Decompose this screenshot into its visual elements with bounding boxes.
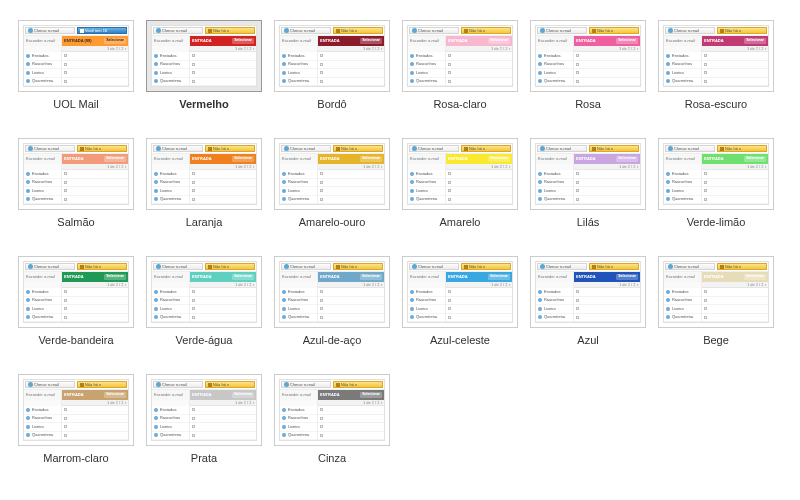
preview-sidebar: EnviadosRascunhosLixeiraQuarentena (408, 288, 446, 322)
count-label: 1 de 2 / 2 r (747, 283, 766, 287)
checkbox-icon (320, 181, 323, 184)
message-row (190, 196, 256, 205)
theme-thumbnail[interactable]: Checar e-mailVovê tem 10Esconder e-mailE… (18, 20, 134, 92)
folder-icon (26, 54, 30, 58)
warning-icon (80, 265, 84, 269)
theme-thumbnail[interactable]: Checar e-mailNão há nEsconder e-mailENTR… (658, 138, 774, 210)
message-row (702, 288, 768, 297)
sidebar-item-label: Quarentena (288, 79, 309, 83)
check-mail-label: Checar e-mail (162, 265, 187, 269)
notice-label: Não há n (469, 147, 485, 151)
checkbox-icon (704, 63, 707, 66)
theme-thumbnail[interactable]: Checar e-mailNão há nEsconder e-mailENTR… (274, 20, 390, 92)
hide-mail-label: Esconder e-mail (280, 154, 318, 164)
theme-thumbnail[interactable]: Checar e-mailNão há nEsconder e-mailENTR… (274, 374, 390, 446)
theme-thumbnail[interactable]: Checar e-mailNão há nEsconder e-mailENTR… (402, 20, 518, 92)
theme-thumbnail[interactable]: Checar e-mailNão há nEsconder e-mailENTR… (18, 256, 134, 328)
count-label: 1 de 2 / 2 r (747, 47, 766, 51)
notice-label: Não há n (85, 147, 101, 151)
warning-icon (464, 29, 468, 33)
theme-thumbnail[interactable]: Checar e-mailNão há nEsconder e-mailENTR… (530, 20, 646, 92)
folder-icon (154, 433, 158, 437)
inbox-header: ENTRADASelecionar (318, 272, 384, 282)
theme-label: Azul (530, 334, 646, 346)
refresh-icon (668, 146, 673, 151)
checkbox-icon (320, 316, 323, 319)
folder-icon (538, 197, 542, 201)
checkbox-icon (704, 316, 707, 319)
preview-message-list (62, 406, 128, 440)
sidebar-item: Quarentena (664, 314, 701, 323)
theme-label: Azul-celeste (402, 334, 518, 346)
folder-icon (538, 54, 542, 58)
count-label: 1 de 2 / 2 r (363, 47, 382, 51)
theme-thumbnail[interactable]: Checar e-mailNão há nEsconder e-mailENTR… (274, 256, 390, 328)
theme-thumbnail[interactable]: Checar e-mailNão há nEsconder e-mailENTR… (18, 138, 134, 210)
theme-thumbnail[interactable]: Checar e-mailNão há nEsconder e-mailENTR… (402, 138, 518, 210)
theme-preview: Checar e-mailNão há nEsconder e-mailENTR… (151, 379, 257, 441)
preview-message-list (446, 288, 512, 322)
theme-thumbnail[interactable]: Checar e-mailNão há nEsconder e-mailENTR… (530, 256, 646, 328)
theme-thumbnail[interactable]: Checar e-mailNão há nEsconder e-mailENTR… (658, 20, 774, 92)
count-label: 1 de 2 / 2 r (107, 165, 126, 169)
sidebar-item: Lixeira (664, 187, 701, 196)
check-mail-label: Checar e-mail (290, 29, 315, 33)
sidebar-item-label: Quarentena (416, 79, 437, 83)
inbox-header: ENTRADASelecionar (190, 36, 256, 46)
theme-thumbnail[interactable]: Checar e-mailNão há nEsconder e-mailENTR… (146, 20, 262, 92)
theme-thumbnail[interactable]: Checar e-mailNão há nEsconder e-mailENTR… (146, 374, 262, 446)
theme-thumbnail[interactable]: Checar e-mailNão há nEsconder e-mailENTR… (530, 138, 646, 210)
count-label: 1 de 2 / 2 r (107, 401, 126, 405)
checkbox-icon (704, 54, 707, 57)
inbox-header: ENTRADASelecionar (190, 154, 256, 164)
folder-icon (154, 180, 158, 184)
theme-thumbnail[interactable]: Checar e-mailNão há nEsconder e-mailENTR… (146, 256, 262, 328)
count-label: 1 de 2 / 2 r (491, 165, 510, 169)
checkbox-icon (64, 71, 67, 74)
sidebar-item: Lixeira (24, 423, 61, 432)
checkbox-icon (192, 417, 195, 420)
checkbox-icon (192, 290, 195, 293)
message-row (318, 69, 384, 78)
message-row (702, 170, 768, 179)
theme-preview: Checar e-mailNão há nEsconder e-mailENTR… (535, 143, 641, 205)
message-row (318, 288, 384, 297)
message-row (574, 179, 640, 188)
sidebar-item: Lixeira (408, 305, 445, 314)
check-mail-label: Checar e-mail (546, 147, 571, 151)
folder-icon (666, 71, 670, 75)
theme-thumbnail[interactable]: Checar e-mailNão há nEsconder e-mailENTR… (658, 256, 774, 328)
theme-thumbnail[interactable]: Checar e-mailNão há nEsconder e-mailENTR… (274, 138, 390, 210)
warning-icon (80, 383, 84, 387)
message-row (574, 170, 640, 179)
inbox-label: ENTRADA (576, 39, 596, 43)
checkbox-icon (64, 417, 67, 420)
notice-label: Não há n (341, 29, 357, 33)
theme-preview: Checar e-mailNão há nEsconder e-mailENTR… (407, 25, 513, 87)
warning-icon (80, 147, 84, 151)
sidebar-item-label: Lixeira (544, 71, 556, 75)
refresh-icon (156, 382, 161, 387)
preview-sidebar: EnviadosRascunhosLixeiraQuarentena (24, 406, 62, 440)
notice-button: Não há n (589, 263, 639, 270)
theme-thumbnail[interactable]: Checar e-mailNão há nEsconder e-mailENTR… (18, 374, 134, 446)
theme-label: Bordô (274, 98, 390, 110)
folder-icon (26, 290, 30, 294)
folder-icon (282, 298, 286, 302)
sidebar-item: Quarentena (280, 78, 317, 87)
message-row (318, 297, 384, 306)
sidebar-item-label: Rascunhos (672, 180, 692, 184)
checkbox-icon (704, 307, 707, 310)
theme-thumbnail[interactable]: Checar e-mailNão há nEsconder e-mailENTR… (146, 138, 262, 210)
message-row (702, 69, 768, 78)
preview-sidebar: EnviadosRascunhosLixeiraQuarentena (664, 170, 702, 204)
checkbox-icon (64, 316, 67, 319)
preview-sidebar: EnviadosRascunhosLixeiraQuarentena (664, 52, 702, 86)
preview-sidebar: EnviadosRascunhosLixeiraQuarentena (408, 52, 446, 86)
preview-message-list (318, 406, 384, 440)
folder-icon (666, 189, 670, 193)
refresh-icon (412, 28, 417, 33)
theme-thumbnail[interactable]: Checar e-mailNão há nEsconder e-mailENTR… (402, 256, 518, 328)
folder-icon (538, 290, 542, 294)
checkbox-icon (704, 71, 707, 74)
